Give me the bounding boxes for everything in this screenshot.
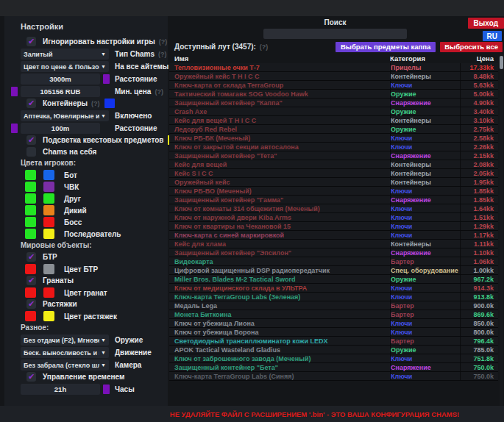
dropdown-select[interactable]: Цвет по цене & Пользователь▼ xyxy=(21,61,109,72)
value-input[interactable]: 100m xyxy=(21,123,100,134)
checkbox[interactable]: ✔ xyxy=(26,276,36,285)
color-swatch[interactable] xyxy=(43,311,54,321)
loot-row[interactable]: Цифровой защищенный DSP радиопередатчикС… xyxy=(169,266,498,275)
value-input[interactable]: 3000m xyxy=(21,74,100,85)
dropdown-select[interactable]: Залитый▼ xyxy=(21,49,109,60)
loot-item-price: 5.00kk xyxy=(460,90,498,98)
checkbox[interactable]: ✔ xyxy=(26,252,36,262)
color-swatch[interactable] xyxy=(103,385,110,394)
loot-row[interactable]: Кейс для хламаКонтейнеры1.11kk xyxy=(169,240,498,248)
checkbox[interactable]: ✔ xyxy=(26,299,36,309)
loot-row[interactable]: Ключ-карта от склада TerraGroupКлючи5.63… xyxy=(169,81,498,90)
loot-row[interactable]: Ледоруб Red RebelОружие2.75kk xyxy=(169,125,498,134)
dropdown-select[interactable]: Аптечка, Ювелирные и...▼ xyxy=(21,110,109,121)
check-icon: ✔ xyxy=(28,373,35,381)
dropdown-select[interactable]: Без отдачи (F2), Мгновенное п▼ xyxy=(21,335,109,346)
color-swatch[interactable] xyxy=(43,182,54,192)
loot-row[interactable]: Защищенный контейнер "Бета"Снаряжение750… xyxy=(169,363,498,372)
loot-row[interactable]: Кейс для вещейКонтейнеры2.08kk xyxy=(169,160,498,169)
color-swatch[interactable] xyxy=(25,170,36,180)
color-swatch[interactable] xyxy=(25,205,36,215)
loot-item-name: Тактический томагавк SOG Voodoo Hawk xyxy=(169,90,390,98)
checkbox[interactable]: ✔ xyxy=(26,372,36,382)
loot-row[interactable]: Ключ РБ-БК (Меченый)Ключи2.58kk xyxy=(169,134,498,143)
column-header-price[interactable]: Цена xyxy=(460,54,498,62)
loot-row[interactable]: Защищенный контейнер "Эпсилон"Снаряжение… xyxy=(169,248,498,257)
settings-input-row: 3000mРасстояние xyxy=(21,74,168,85)
column-header-name[interactable]: Имя xyxy=(169,54,390,62)
color-swatch[interactable] xyxy=(104,99,115,108)
color-swatch[interactable] xyxy=(25,311,36,321)
loot-row[interactable]: Защищенный контейнер "Гамма"Снаряжение1.… xyxy=(169,196,498,204)
color-pair-row: Цвет гранат xyxy=(25,287,168,298)
color-swatch[interactable] xyxy=(25,182,36,192)
color-swatch[interactable] xyxy=(11,87,18,96)
loot-row[interactable]: Ключ от заброшенного завода (Меченый)Клю… xyxy=(169,354,498,363)
color-pair-label: Цвет БТР xyxy=(64,265,98,273)
color-swatch[interactable] xyxy=(43,287,54,298)
dropdown-select[interactable]: Беск. выносливость и нет уста▼ xyxy=(21,347,109,358)
scrollbar-thumb[interactable] xyxy=(500,56,503,69)
checkbox[interactable] xyxy=(26,147,36,157)
color-swatch[interactable] xyxy=(43,229,54,239)
loot-row[interactable]: Оружейный кейсКонтейнеры1.95kk xyxy=(169,178,498,187)
loot-row[interactable]: Ключ-карта TerraGroup Labs (Зеленая)Ключ… xyxy=(169,293,498,301)
select-kappa-items-button[interactable]: Выбрать предметы каппа xyxy=(336,42,436,52)
color-pair-row: Бот xyxy=(25,170,168,180)
loot-row[interactable]: Ключ от убежища ЛионаКлючи850.0k xyxy=(169,319,498,328)
loot-item-price: 750.0k xyxy=(460,363,498,371)
loot-row[interactable]: Оружейный кейс T H I C CКонтейнеры8.48kk xyxy=(169,72,498,81)
loot-row[interactable]: Защищенный контейнер "Тета"Снаряжение2.1… xyxy=(169,151,498,160)
checkbox[interactable]: ✔ xyxy=(26,99,36,108)
loot-row[interactable]: ВидеокартаБартер1.06kk xyxy=(169,257,498,266)
loot-row[interactable]: Crash AxeОружие3.40kk xyxy=(169,107,498,116)
color-swatch[interactable] xyxy=(25,193,36,204)
loot-item-name: Монета Биткоина xyxy=(169,311,390,318)
color-swatch[interactable] xyxy=(43,193,54,204)
color-swatch[interactable] xyxy=(103,74,110,84)
settings-section-heading: Разное: xyxy=(21,323,168,332)
check-icon: ✔ xyxy=(28,99,35,107)
loot-row[interactable]: Ключ от наружной двери Kiba ArmsКлючи1.5… xyxy=(169,213,498,222)
loot-row[interactable]: Ключ-карта TerraGroup Labs (Синяя)Ключи7… xyxy=(169,372,498,381)
color-swatch[interactable] xyxy=(43,205,54,215)
loot-row[interactable]: Ключ от убежища ВоронаКлючи800.0k xyxy=(169,328,498,337)
loot-row[interactable]: Монета БиткоинаБартер869.6k xyxy=(169,310,498,319)
color-swatch[interactable] xyxy=(43,170,54,180)
chevron-down-icon: ▼ xyxy=(101,362,106,368)
loot-row[interactable]: Miller Bros. Blades M-2 Tactical SwordОр… xyxy=(169,275,498,284)
loot-item-category: Оружие xyxy=(390,346,460,354)
loot-row[interactable]: Защищенный контейнер "Каппа"Снаряжение4.… xyxy=(169,99,498,107)
color-swatch[interactable] xyxy=(25,264,36,274)
color-swatch[interactable] xyxy=(43,264,54,274)
color-swatch[interactable] xyxy=(25,217,36,227)
drop-all-button[interactable]: Выбросить все xyxy=(440,42,503,52)
loot-row[interactable]: Ключ от квартиры на Чекановой 15Ключи1.2… xyxy=(169,222,498,231)
loot-item-price: 900.0k xyxy=(460,301,498,310)
loot-row[interactable]: Медаль LegaБартер900.0k xyxy=(169,301,498,310)
loot-row[interactable]: Ключ-карта с синей маркировкойКлючи1.17k… xyxy=(169,231,498,240)
scrollbar-track[interactable] xyxy=(500,54,503,406)
color-swatch[interactable] xyxy=(43,217,54,227)
color-swatch[interactable] xyxy=(25,287,36,298)
loot-row[interactable]: Светодиодный трансиллюминатор кожи LEDXБ… xyxy=(169,337,498,346)
column-header-category[interactable]: Категория xyxy=(390,54,460,62)
checkbox[interactable]: ✔ xyxy=(26,37,36,46)
loot-row[interactable]: Тактический томагавк SOG Voodoo HawkОруж… xyxy=(169,90,498,99)
value-input[interactable]: 105156 RUB xyxy=(21,86,100,97)
value-input[interactable]: 21h xyxy=(21,384,100,395)
loot-item-name: Miller Bros. Blades M-2 Tactical Sword xyxy=(169,276,390,283)
dropdown-select[interactable]: Без забрала (стекло шлема)▼ xyxy=(21,360,109,371)
loot-row[interactable]: Ключ от медицинского склада в УЛЬТРАКлюч… xyxy=(169,284,498,293)
loot-row[interactable]: Кейс S I C CКонтейнеры2.05kk xyxy=(169,169,498,178)
loot-row[interactable]: Кейс для вещей T H I C CКонтейнеры3.10kk xyxy=(169,116,498,125)
loot-row[interactable]: Тепловизионные очки Т-7Прицелы17.33kk xyxy=(169,63,498,72)
loot-row[interactable]: Ключ от комнаты 314 общежития (Меченый)К… xyxy=(169,204,498,213)
settings-section-heading: Цвета игроков: xyxy=(21,159,168,168)
loot-row[interactable]: APOK Tactical Wasteland GladiusОружие785… xyxy=(169,346,498,354)
loot-row[interactable]: Ключ РБ-ВО (Меченый)Ключи1.85kk xyxy=(169,187,498,196)
color-swatch[interactable] xyxy=(25,229,36,239)
color-swatch[interactable] xyxy=(11,124,18,133)
loot-row[interactable]: Ключ от закрытой секции автосалонаКлючи2… xyxy=(169,143,498,151)
checkbox[interactable]: ✔ xyxy=(26,135,36,145)
